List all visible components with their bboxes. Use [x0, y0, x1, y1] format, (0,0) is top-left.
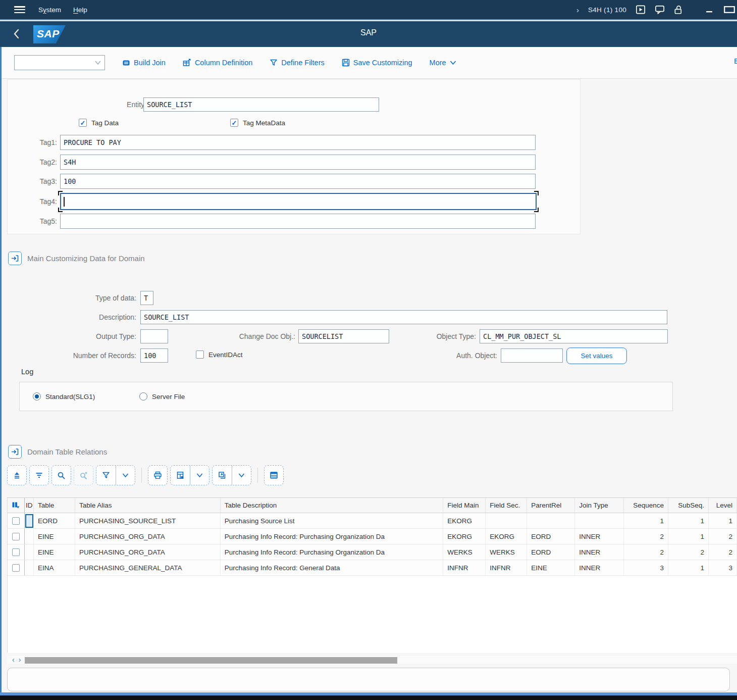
output-type-input[interactable] [140, 329, 168, 343]
tag3-label: Tag3: [27, 174, 57, 188]
log-group-title: Log [21, 368, 33, 376]
set-values-button[interactable]: Set values [566, 347, 627, 364]
row-checkbox[interactable] [12, 517, 20, 525]
table-row[interactable]: EORD PURCHASING_SOURCE_LIST Purchasing S… [8, 513, 737, 529]
print-button[interactable] [148, 465, 168, 485]
more-button[interactable]: More [430, 59, 456, 67]
description-label: Description: [50, 310, 136, 324]
chevron-down-icon [94, 60, 101, 66]
entity-input[interactable]: SOURCE_LIST [143, 97, 379, 112]
menu-help[interactable]: Help [67, 6, 93, 14]
tag3-input[interactable]: 100 [60, 174, 536, 189]
join-icon [122, 59, 130, 67]
alv-grid-toolbar [7, 465, 284, 486]
log-group-box: Standard(SLG1) Server File [19, 382, 673, 411]
table-row[interactable]: EINA PURCHASING_GENERAL_DATA Purchasing … [8, 560, 737, 576]
status-bar [7, 668, 730, 691]
tag-metadata-checkbox-row: ✓ Tag MetaData [230, 119, 285, 127]
table-row[interactable]: EINE PURCHASING_ORG_DATA Purchasing Info… [8, 529, 737, 544]
description-input[interactable]: SOURCE_LIST [140, 310, 667, 324]
views-button[interactable] [213, 466, 232, 485]
column-header-alias[interactable]: Table Alias [75, 498, 221, 513]
views-menu-chevron[interactable] [232, 466, 251, 485]
auth-object-input[interactable] [501, 348, 563, 363]
maximize-icon[interactable] [724, 6, 735, 13]
tag5-input[interactable] [60, 214, 536, 229]
hamburger-menu-icon[interactable] [14, 6, 25, 13]
relations-section-header: Domain Table Relations [8, 445, 107, 459]
define-filters-button[interactable]: Define Filters [270, 59, 324, 67]
column-header-parentrel[interactable]: ParentRel [527, 498, 575, 513]
set-filter-split-button [96, 465, 135, 485]
server-file-radio[interactable] [139, 392, 147, 401]
column-header-subseq[interactable]: SubSeq. [668, 498, 709, 513]
sort-ascending-button[interactable] [7, 465, 27, 485]
chevron-right-icon[interactable]: › [576, 6, 579, 14]
column-header-sequence[interactable]: Sequence [624, 498, 668, 513]
save-icon [342, 59, 350, 67]
row-checkbox[interactable] [12, 548, 20, 556]
select-all-header-cell[interactable] [8, 498, 25, 513]
filter-menu-chevron[interactable] [116, 466, 135, 485]
exit-button-clipped[interactable]: E [734, 57, 737, 65]
column-header-description[interactable]: Table Description [221, 498, 444, 513]
select-columns-icon [12, 502, 20, 509]
window-frame-left [0, 47, 2, 695]
horizontal-scrollbar[interactable]: ‹ › [7, 656, 737, 664]
scroll-left-icon[interactable]: ‹ [12, 656, 15, 664]
type-of-data-label: Type of data: [50, 291, 136, 305]
export-menu-chevron[interactable] [190, 466, 209, 485]
column-header-field-sec[interactable]: Field Sec. [486, 498, 527, 513]
auth-object-label: Auth. Object: [434, 348, 497, 363]
focused-cell[interactable] [25, 514, 33, 528]
export-split-button [170, 465, 209, 485]
row-checkbox[interactable] [12, 533, 20, 540]
find-next-button[interactable] [74, 465, 93, 485]
section-tray-icon[interactable] [8, 252, 22, 265]
tag-metadata-checkbox[interactable]: ✓ [230, 119, 238, 127]
change-doc-input[interactable]: SOURCELIST [298, 329, 389, 343]
column-header-id[interactable]: ID [25, 498, 34, 513]
num-records-input[interactable]: 100 [140, 348, 168, 363]
gui-services-icon[interactable] [636, 5, 646, 14]
toolbar-separator [141, 468, 142, 483]
entity-label: Entity: [83, 97, 146, 112]
standard-radio[interactable] [33, 392, 41, 401]
type-of-data-input[interactable]: T [140, 291, 153, 305]
set-filter-button[interactable] [96, 466, 116, 485]
unlock-icon[interactable] [674, 5, 683, 14]
scroll-right-icon[interactable]: › [19, 656, 21, 664]
minimize-icon[interactable] [706, 7, 713, 13]
message-bubble-icon[interactable] [655, 5, 665, 14]
export-button[interactable] [171, 466, 190, 485]
column-definition-button[interactable]: Column Definition [183, 59, 252, 67]
window-frame-edge [0, 695, 737, 700]
section-tray-icon[interactable] [8, 445, 22, 459]
build-join-button[interactable]: Build Join [122, 59, 166, 67]
menu-system[interactable]: System [32, 6, 67, 14]
table-settings-button[interactable] [264, 465, 284, 485]
entity-tags-panel: Entity: SOURCE_LIST ✓ Tag Data ✓ Tag Met… [7, 79, 581, 234]
column-header-table[interactable]: Table [34, 498, 75, 513]
tag2-input[interactable]: S4H [60, 155, 536, 170]
table-row[interactable]: EINE PURCHASING_ORG_DATA Purchasing Info… [8, 544, 737, 560]
filter-icon [270, 59, 278, 67]
find-button[interactable] [51, 465, 71, 485]
column-header-join-type[interactable]: Join Type [575, 498, 624, 513]
row-checkbox[interactable] [12, 564, 20, 572]
eventid-checkbox[interactable] [196, 351, 204, 359]
section-title: Main Customizing Data for Domain [27, 254, 145, 263]
column-header-level[interactable]: Level [709, 498, 737, 513]
tag-metadata-label: Tag MetaData [243, 119, 285, 127]
change-doc-label: Change Doc Obj.: [217, 329, 295, 343]
column-header-field-main[interactable]: Field Main [443, 498, 486, 513]
sap-window: System Help › S4H (1) 100 SAP SAP [0, 0, 737, 700]
save-customizing-button[interactable]: Save Customizing [342, 59, 412, 67]
scrollbar-thumb[interactable] [25, 657, 397, 664]
tag1-input[interactable]: PROCURE TO PAY [60, 135, 536, 150]
tag4-input[interactable] [60, 193, 537, 210]
tag-data-checkbox[interactable]: ✓ [79, 119, 87, 127]
object-type-input[interactable]: CL_MM_PUR_OBJECT_SL [480, 329, 668, 343]
layout-combobox[interactable] [14, 55, 105, 70]
sort-descending-button[interactable] [29, 465, 49, 485]
